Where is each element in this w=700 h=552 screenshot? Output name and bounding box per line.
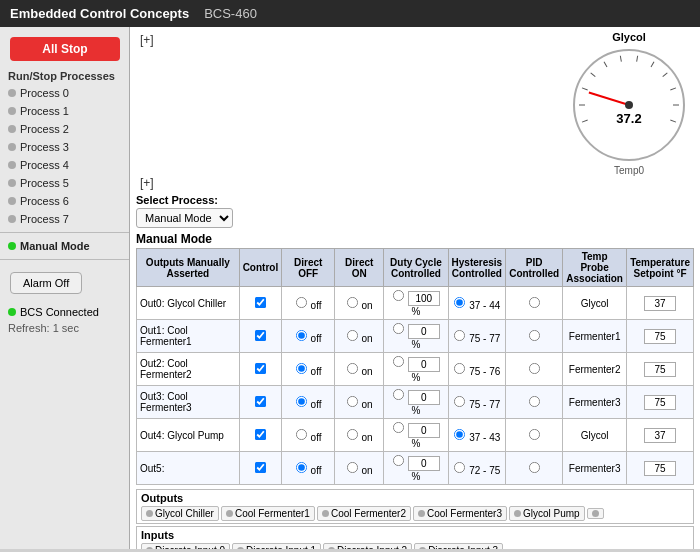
- expand-button-2[interactable]: [+]: [136, 174, 158, 192]
- output-dot-cool-fermenter1: [226, 510, 233, 517]
- row1-pid[interactable]: [506, 320, 563, 353]
- row0-probe: Glycol: [563, 287, 627, 320]
- sidebar-item-process0[interactable]: Process 0: [0, 84, 129, 102]
- table-row: Out0: Glycol Chiller off on % 37 - 44 Gl…: [137, 287, 694, 320]
- row3-direct-off[interactable]: off: [282, 386, 335, 419]
- manual-mode-table: Outputs ManuallyAsserted Control Direct …: [136, 248, 694, 485]
- row5-direct-off[interactable]: off: [282, 452, 335, 485]
- row1-hysteresis[interactable]: 75 - 77: [448, 320, 506, 353]
- manual-mode-dot: [8, 242, 16, 250]
- input-item-0[interactable]: Discrete Input 0: [141, 543, 230, 549]
- row1-name: Out1: Cool Fermenter1: [137, 320, 240, 353]
- process2-dot: [8, 125, 16, 133]
- col-direct-off: Direct OFF: [282, 249, 335, 287]
- row4-direct-off[interactable]: off: [282, 419, 335, 452]
- output-item-glycol-pump[interactable]: Glycol Pump: [509, 506, 585, 521]
- row2-direct-on[interactable]: on: [335, 353, 384, 386]
- row2-setpoint[interactable]: [627, 353, 694, 386]
- row1-control[interactable]: [239, 320, 282, 353]
- row0-direct-on[interactable]: on: [335, 287, 384, 320]
- row5-control[interactable]: [239, 452, 282, 485]
- row5-name: Out5:: [137, 452, 240, 485]
- sidebar-item-process5[interactable]: Process 5: [0, 174, 129, 192]
- select-process-section: Select Process: Manual Mode Process 0 Pr…: [136, 194, 694, 228]
- row5-hysteresis[interactable]: 72 - 75: [448, 452, 506, 485]
- row3-direct-on[interactable]: on: [335, 386, 384, 419]
- row2-control[interactable]: [239, 353, 282, 386]
- row4-pid[interactable]: [506, 419, 563, 452]
- output-item-cool-fermenter1[interactable]: Cool Fermenter1: [221, 506, 315, 521]
- row0-pid[interactable]: [506, 287, 563, 320]
- gauge-svg: 0 20 40 60 80 100 120 140 160 180 200 22…: [569, 45, 689, 165]
- input-item-2[interactable]: Discrete Input 2: [323, 543, 412, 549]
- output-item-cool-fermenter3[interactable]: Cool Fermenter3: [413, 506, 507, 521]
- row5-setpoint[interactable]: [627, 452, 694, 485]
- manual-mode-label: Manual Mode: [20, 240, 90, 252]
- row0-setpoint[interactable]: [627, 287, 694, 320]
- row4-control[interactable]: [239, 419, 282, 452]
- process3-label: Process 3: [20, 141, 69, 153]
- process2-label: Process 2: [20, 123, 69, 135]
- sidebar-item-process4[interactable]: Process 4: [0, 156, 129, 174]
- svg-text:37.2: 37.2: [616, 111, 641, 126]
- output-item-glycol-chiller[interactable]: Glycol Chiller: [141, 506, 219, 521]
- sidebar-item-process6[interactable]: Process 6: [0, 192, 129, 210]
- col-control: Control: [239, 249, 282, 287]
- input-label-0: Discrete Input 0: [155, 545, 225, 549]
- row5-pid[interactable]: [506, 452, 563, 485]
- row3-duty[interactable]: %: [384, 386, 448, 419]
- header-subtitle: BCS-460: [204, 6, 257, 21]
- row3-control[interactable]: [239, 386, 282, 419]
- bcs-status: BCS Connected: [0, 302, 129, 322]
- sidebar-item-process7[interactable]: Process 7: [0, 210, 129, 228]
- row0-hysteresis[interactable]: 37 - 44: [448, 287, 506, 320]
- inputs-row: Discrete Input 0 Discrete Input 1 Discre…: [141, 543, 689, 549]
- process0-label: Process 0: [20, 87, 69, 99]
- row3-pid[interactable]: [506, 386, 563, 419]
- row0-duty[interactable]: %: [384, 287, 448, 320]
- output-item-empty[interactable]: [587, 508, 604, 519]
- input-dot-0: [146, 547, 153, 549]
- col-temp-probe: Temp ProbeAssociation: [563, 249, 627, 287]
- row4-direct-on[interactable]: on: [335, 419, 384, 452]
- row2-pid[interactable]: [506, 353, 563, 386]
- expand-button-top[interactable]: [+]: [136, 31, 158, 49]
- alarm-off-button[interactable]: Alarm Off: [10, 272, 82, 294]
- row3-hysteresis[interactable]: 75 - 77: [448, 386, 506, 419]
- row4-hysteresis[interactable]: 37 - 43: [448, 419, 506, 452]
- sidebar-item-process2[interactable]: Process 2: [0, 120, 129, 138]
- row3-setpoint[interactable]: [627, 386, 694, 419]
- row5-direct-on[interactable]: on: [335, 452, 384, 485]
- inputs-title: Inputs: [141, 529, 689, 541]
- row0-direct-off[interactable]: off: [282, 287, 335, 320]
- process4-label: Process 4: [20, 159, 69, 171]
- process7-label: Process 7: [20, 213, 69, 225]
- sidebar-item-process1[interactable]: Process 1: [0, 102, 129, 120]
- row0-control[interactable]: [239, 287, 282, 320]
- row2-direct-off[interactable]: off: [282, 353, 335, 386]
- row2-hysteresis[interactable]: 75 - 76: [448, 353, 506, 386]
- row4-duty[interactable]: %: [384, 419, 448, 452]
- process-select[interactable]: Manual Mode Process 0 Process 1 Process …: [136, 208, 233, 228]
- row4-setpoint[interactable]: [627, 419, 694, 452]
- row0-name: Out0: Glycol Chiller: [137, 287, 240, 320]
- run-stop-section-title: Run/Stop Processes: [0, 66, 129, 84]
- svg-point-26: [625, 101, 633, 109]
- process5-dot: [8, 179, 16, 187]
- row2-duty[interactable]: %: [384, 353, 448, 386]
- input-dot-3: [419, 547, 426, 549]
- all-stop-button[interactable]: All Stop: [10, 37, 120, 61]
- process3-dot: [8, 143, 16, 151]
- row1-setpoint[interactable]: [627, 320, 694, 353]
- output-item-cool-fermenter2[interactable]: Cool Fermenter2: [317, 506, 411, 521]
- row1-duty[interactable]: %: [384, 320, 448, 353]
- sidebar-item-process3[interactable]: Process 3: [0, 138, 129, 156]
- input-dot-1: [237, 547, 244, 549]
- row1-direct-on[interactable]: on: [335, 320, 384, 353]
- row5-duty[interactable]: %: [384, 452, 448, 485]
- sidebar-item-manual-mode[interactable]: Manual Mode: [0, 237, 129, 255]
- input-item-3[interactable]: Discrete Input 3: [414, 543, 503, 549]
- input-item-1[interactable]: Discrete Input 1: [232, 543, 321, 549]
- process6-label: Process 6: [20, 195, 69, 207]
- row1-direct-off[interactable]: off: [282, 320, 335, 353]
